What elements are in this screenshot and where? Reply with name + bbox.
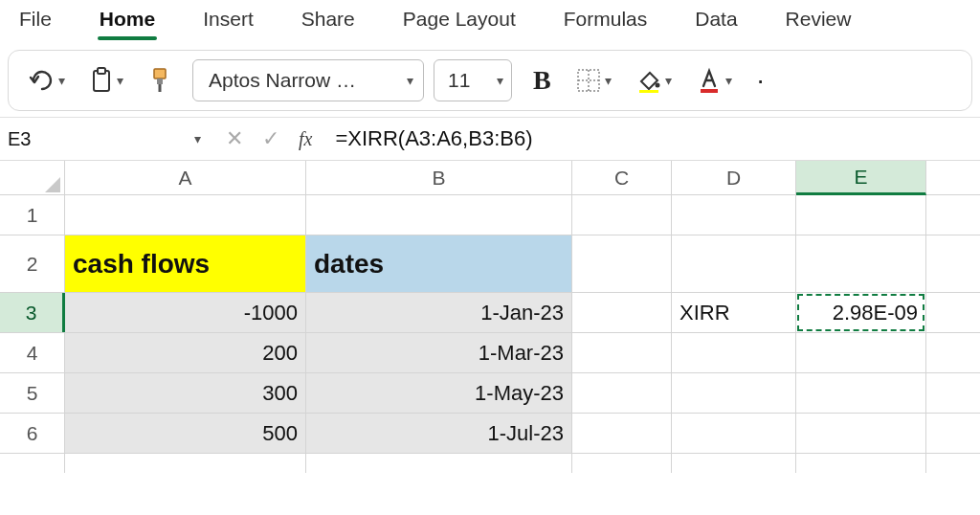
row-header-1[interactable]: 1 [0,195,65,235]
row-2: 2 cash flows dates [0,235,980,293]
cell-B4[interactable]: 1-Mar-23 [306,333,572,372]
cell-C4[interactable] [572,333,672,372]
cell-D2[interactable] [672,235,796,292]
cell-A3[interactable]: -1000 [65,293,306,332]
cell-E4[interactable] [796,333,926,372]
cell-B2[interactable]: dates [306,235,572,292]
chevron-down-icon: ▾ [605,73,612,88]
bold-icon: B [533,65,551,96]
undo-button[interactable]: ▾ [24,66,69,95]
cell-E6[interactable] [796,414,926,453]
cell-D1[interactable] [672,195,796,235]
formula-text: =XIRR(A3:A6,B3:B6) [335,126,532,151]
tab-home[interactable]: Home [98,4,157,40]
cell-C3[interactable] [572,293,672,332]
cell-E1[interactable] [796,195,926,235]
chevron-down-icon: ▾ [725,73,732,88]
svg-rect-2 [154,69,166,78]
row-header-5[interactable]: 5 [0,373,65,413]
cell-B3[interactable]: 1-Jan-23 [306,293,572,332]
tab-page-layout[interactable]: Page Layout [401,4,518,40]
svg-point-8 [655,83,659,88]
col-header-B[interactable]: B [306,161,572,194]
fx-icon[interactable]: fx [299,128,312,150]
cell-A7[interactable] [65,454,306,473]
undo-icon [28,68,55,93]
cell-E7[interactable] [796,454,926,473]
row-header-4[interactable]: 4 [0,333,65,372]
spreadsheet-grid: A B C D E 1 2 cash flows dates 3 -1000 1… [0,161,980,473]
font-name-select[interactable]: Aptos Narrow … ▾ [192,59,424,101]
col-header-E[interactable]: E [796,161,926,195]
cell-C2[interactable] [572,235,672,292]
borders-button[interactable]: ▾ [572,66,615,95]
chevron-down-icon: ▾ [194,131,201,146]
cell-B1[interactable] [306,195,572,235]
cell-C7[interactable] [572,454,672,473]
column-headers: A B C D E [0,161,980,195]
row-header-7[interactable] [0,454,65,473]
row-header-3[interactable]: 3 [0,293,65,332]
format-painter-button[interactable] [145,65,175,96]
cell-C1[interactable] [572,195,672,235]
cell-B5[interactable]: 1-May-23 [306,373,572,413]
row-7 [0,454,980,473]
cell-A6[interactable]: 500 [65,414,306,453]
paste-button[interactable]: ▾ [86,65,127,96]
tab-insert[interactable]: Insert [201,4,256,40]
col-header-D[interactable]: D [672,161,796,194]
bold-button[interactable]: B [529,63,555,98]
svg-rect-9 [639,90,658,93]
chevron-down-icon: ▾ [117,73,123,88]
cell-C6[interactable] [572,414,672,453]
chevron-down-icon: ▾ [58,73,65,88]
formula-controls: ✕ ✓ fx [212,118,325,160]
col-header-A[interactable]: A [65,161,306,194]
cell-E2[interactable] [796,235,926,292]
row-5: 5 300 1-May-23 [0,373,980,414]
cell-A4[interactable]: 200 [65,333,306,372]
name-box-value: E3 [8,128,31,150]
row-header-6[interactable]: 6 [0,414,65,453]
cell-B6[interactable]: 1-Jul-23 [306,414,572,453]
cell-D4[interactable] [672,333,796,372]
svg-rect-5 [578,70,599,91]
borders-icon [576,68,601,93]
ribbon-tabs: File Home Insert Share Page Layout Formu… [0,0,980,40]
tab-data[interactable]: Data [693,4,739,40]
accept-formula-button[interactable]: ✓ [262,126,279,151]
cell-C5[interactable] [572,373,672,413]
tab-file[interactable]: File [17,4,54,40]
tab-review[interactable]: Review [784,4,854,40]
tab-share[interactable]: Share [300,4,357,40]
svg-rect-10 [701,89,718,93]
cell-A2[interactable]: cash flows [65,235,306,292]
cell-A1[interactable] [65,195,306,235]
name-box[interactable]: E3 ▾ [0,118,212,160]
formula-bar: E3 ▾ ✕ ✓ fx =XIRR(A3:A6,B3:B6) [0,117,980,161]
font-size-value: 11 [448,69,470,92]
fill-color-button[interactable]: ▾ [633,66,676,95]
font-name-value: Aptos Narrow … [209,69,356,92]
row-4: 4 200 1-Mar-23 [0,333,980,373]
cell-D3[interactable]: XIRR [672,293,796,332]
cell-E3[interactable]: 2.98E-09 [796,293,926,332]
font-color-button[interactable]: ▾ [693,65,736,96]
cell-A5[interactable]: 300 [65,373,306,413]
formula-input[interactable]: =XIRR(A3:A6,B3:B6) [325,118,980,160]
cell-D5[interactable] [672,373,796,413]
cell-D6[interactable] [672,414,796,453]
select-all-corner[interactable] [0,161,65,194]
cell-B7[interactable] [306,454,572,473]
cancel-formula-button[interactable]: ✕ [226,126,243,151]
cell-D7[interactable] [672,454,796,473]
font-size-select[interactable]: 11 ▾ [434,59,512,101]
tab-formulas[interactable]: Formulas [562,4,650,40]
row-6: 6 500 1-Jul-23 [0,414,980,454]
cell-E5[interactable] [796,373,926,413]
svg-rect-1 [98,68,105,74]
ribbon-overflow-icon[interactable]: · [753,65,765,96]
col-header-C[interactable]: C [572,161,672,194]
svg-rect-3 [157,78,163,84]
row-header-2[interactable]: 2 [0,235,65,292]
